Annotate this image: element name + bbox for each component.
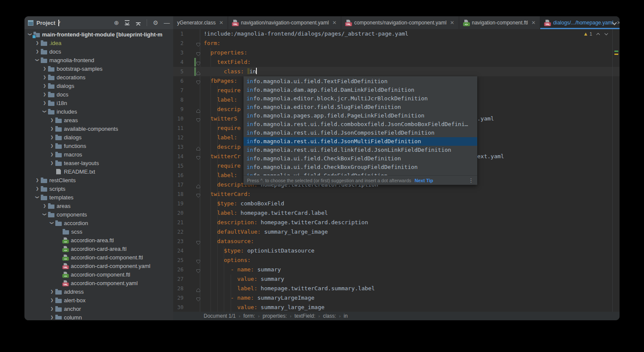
tree-item-available-components[interactable]: ❯available-components [24,124,173,133]
code-line-18[interactable]: 18 twitterCard: [173,190,620,199]
completion-item[interactable]: info.magnolia.editor.block.jcr.MultiJcrB… [244,94,477,103]
code-text[interactable]: defaultValue: summary_large_image [204,227,620,237]
code-text[interactable]: - name: summary [204,265,620,274]
code-text[interactable]: form: [204,39,620,48]
close-icon[interactable]: ✕ [450,20,454,26]
chevron-collapsed-icon[interactable]: ❯ [42,75,48,79]
next-problem-icon[interactable] [604,32,608,36]
fold-end-icon[interactable] [196,107,201,112]
fold-start-icon[interactable] [196,50,201,55]
tree-item-dialogs[interactable]: ❯dialogs [24,133,173,141]
code-text[interactable]: !include:/magnolia-frontend/dialogs/page… [204,29,620,39]
fold-start-icon[interactable] [196,239,201,244]
breadcrumb-segment[interactable]: textField: [295,313,316,319]
completion-item[interactable]: info.magnolia.dam.app.field.DamLinkField… [244,86,477,94]
stripe-mark-yellow[interactable] [614,54,618,55]
completion-item[interactable]: info.magnolia.ui.field.CheckBoxGroupFiel… [244,163,477,171]
close-icon[interactable]: ✕ [332,20,337,26]
code-line-29[interactable]: 29 - name: summaryLargeImage [173,293,620,303]
tree-item-scss[interactable]: scss [24,227,173,236]
close-icon[interactable]: ✕ [219,20,223,26]
tree-item-restclients[interactable]: ❯restClients [24,176,173,184]
tree-item-accordion[interactable]: ❯accordion [24,219,173,227]
breadcrumb-segment[interactable]: in [344,313,348,319]
chevron-collapsed-icon[interactable]: ❯ [49,307,55,311]
chevron-collapsed-icon[interactable]: ❯ [42,84,48,88]
tree-item-address[interactable]: ❯address [24,287,173,296]
tree-item-components[interactable]: ❯components [24,210,173,219]
tree-item-magnolia-frontend[interactable]: ❯magnolia-frontend [24,56,173,64]
chevron-collapsed-icon[interactable]: ❯ [49,289,55,294]
editor-tab-navigation-navigation-component-yaml[interactable]: YMLnavigation/navigation-component.yaml✕ [228,16,341,29]
close-icon[interactable]: ✕ [617,20,620,26]
chevron-collapsed-icon[interactable]: ❯ [49,135,55,139]
chevron-collapsed-icon[interactable]: ❯ [34,41,40,45]
tree-item-templates[interactable]: ❯templates [24,193,173,202]
stripe-mark-green[interactable] [614,51,618,52]
completion-item[interactable]: info.magnolia.rest.ui.field.JsonMultiFie… [244,137,477,146]
tree-item-teaser-layouts[interactable]: ❯teaser-layouts [24,159,173,167]
completion-item[interactable]: info.magnolia.rest.ui.field.JsonComposit… [244,129,477,137]
tree-item-accordion-card-component-ftl[interactable]: <>accordion-card-component.ftl [24,253,173,262]
code-text[interactable]: options: [204,256,620,265]
fold-start-icon[interactable] [196,78,201,84]
tree-item-anchor[interactable]: ❯anchor [24,304,173,313]
chevron-collapsed-icon[interactable]: ❯ [42,101,48,105]
next-tip-link[interactable]: Next Tip [415,178,433,183]
tree-item-i18n[interactable]: ❯i18n [24,99,173,107]
code-line-19[interactable]: 19 $type: comboBoxField [173,199,620,208]
code-line-26[interactable]: 26 - name: summary [173,265,620,274]
completion-item[interactable]: info.magnolia.pages.app.field.PageLinkFi… [244,111,477,120]
tree-item-accordion-card-component-yaml[interactable]: YMLaccordion-card-component.yaml [24,262,173,270]
breadcrumb-segment[interactable]: class: [323,313,336,319]
completion-item[interactable]: info.magnolia.rest.ui.field.linkfield.Js… [244,146,477,154]
tree-item-scripts[interactable]: ❯scripts [24,184,173,193]
hide-panel-icon[interactable]: — [164,20,170,26]
code-line-30[interactable]: 30 value: summary_large_image [173,303,620,312]
previous-problem-icon[interactable] [596,32,600,36]
code-line-28[interactable]: 28 label: homepage.twitterCard.summary.l… [173,284,620,293]
code-line-5[interactable]: 5 class: in [173,67,620,76]
code-line-2[interactable]: 2form: [173,39,620,48]
completion-item[interactable]: info.magnolia.ui.field.TextFieldDefiniti… [244,77,477,86]
code-line-20[interactable]: 20 label: homepage.twitterCard.label [173,208,620,218]
code-text[interactable]: value: summary [204,274,620,284]
fold-start-icon[interactable] [196,41,201,46]
chevron-collapsed-icon[interactable]: ❯ [34,187,40,191]
chevron-expanded-icon[interactable]: ❯ [42,211,47,217]
chevron-expanded-icon[interactable]: ❯ [42,108,47,114]
tree-item-areas[interactable]: ❯areas [24,116,173,124]
code-text[interactable]: label: homepage.twitterCard.label [204,208,620,218]
tree-item-macros[interactable]: ❯macros [24,150,173,159]
tree-item-docs[interactable]: ❯docs [24,47,173,56]
code-text[interactable]: datasource: [204,237,620,246]
code-text[interactable]: $type: optionListDatasource [204,246,620,256]
completion-item[interactable]: info.magnolia.rest.ui.field.comboboxfiel… [244,120,477,129]
editor-tab-ygenerator-class[interactable]: yGenerator.class✕ [173,16,228,29]
chevron-expanded-icon[interactable]: ❯ [28,31,32,37]
tree-item-accordion-card-area-ftl[interactable]: <>accordion-card-area.ftl [24,244,173,253]
chevron-collapsed-icon[interactable]: ❯ [49,152,55,156]
chevron-collapsed-icon[interactable]: ❯ [49,298,55,302]
tree-item-includes[interactable]: ❯includes [24,107,173,116]
breadcrumb-document[interactable]: Document 1/1 [204,313,236,319]
more-icon[interactable]: ⋮ [468,177,474,184]
chevron-collapsed-icon[interactable]: ❯ [49,144,55,148]
code-line-27[interactable]: 27 value: summary [173,274,620,284]
breadcrumb-segment[interactable]: form: [243,313,255,319]
chevron-down-icon[interactable]: ▾ [58,20,59,26]
chevron-collapsed-icon[interactable]: ❯ [42,66,48,71]
chevron-expanded-icon[interactable]: ❯ [35,194,39,200]
tree-item-accordion-component-ftl[interactable]: <>accordion-component.ftl [24,270,173,279]
chevron-collapsed-icon[interactable]: ❯ [49,126,55,131]
code-text[interactable]: value: summary_large_image [204,303,620,312]
code-line-21[interactable]: 21 description: homepage.twitterCard.des… [173,218,620,227]
close-icon[interactable]: ✕ [531,20,536,26]
code-text[interactable]: description: homepage.twitterCard.descri… [204,218,620,227]
fold-end-icon[interactable] [196,286,201,291]
editor-tab-components-navigation-component-yaml[interactable]: YMLcomponents/navigation-component.yaml✕ [341,16,459,29]
code-line-23[interactable]: 23 datasource: [173,237,620,246]
code-line-4[interactable]: 4 textField: [173,57,620,67]
chevron-collapsed-icon[interactable]: ❯ [49,161,55,165]
fold-start-icon[interactable] [196,116,201,121]
